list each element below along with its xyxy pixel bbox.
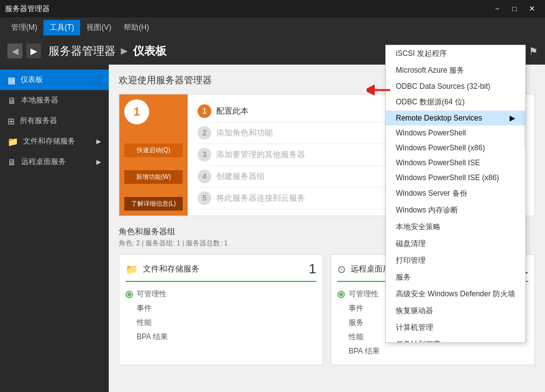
tools-dropdown-menu: iSCSI 发起程序 Microsoft Azure 服务 ODBC Data … xyxy=(385,45,526,343)
menubar: 管理(M) 工具(T) 视图(V) 帮助(H) xyxy=(0,17,545,37)
menu-print-mgmt[interactable]: 打印管理 xyxy=(386,252,525,269)
rds-role-icon: ⊙ xyxy=(337,263,346,275)
learn-more-section[interactable]: 了解详细信息(L) xyxy=(124,197,183,211)
menu-help[interactable]: 帮助(H) xyxy=(117,20,155,35)
orange-block: 1 快速启动(Q) 新增功能(W) 了解详细信息(L) xyxy=(119,94,188,216)
local-server-icon: 🖥 xyxy=(7,96,16,106)
menu-recovery[interactable]: 恢复驱动器 xyxy=(386,303,525,319)
files-events[interactable]: 事件 xyxy=(126,301,316,316)
rds-perf-text: 性能 xyxy=(349,332,364,342)
header-separator: ► xyxy=(119,45,133,57)
sidebar: ▦ 仪表板 🖥 本地服务器 ⊞ 所有服务器 📁 文件和存储服务 ▶ 🖥 远程桌面… xyxy=(0,65,109,392)
menu-disk-cleanup[interactable]: 磁盘清理 xyxy=(386,235,525,252)
menu-server-backup[interactable]: Windows Server 备份 xyxy=(386,185,525,202)
menu-iscsi[interactable]: iSCSI 发起程序 xyxy=(386,45,525,62)
sidebar-item-dashboard[interactable]: ▦ 仪表板 xyxy=(0,70,109,90)
flag-icon[interactable]: ⚑ xyxy=(529,45,538,57)
files-role-icon: 📁 xyxy=(126,263,138,275)
chevron-icon: ▶ xyxy=(96,138,101,145)
rds-bpa-text: BPA 结果 xyxy=(349,346,380,357)
qs-text-1: 配置此本 xyxy=(216,106,249,117)
files-icon: 📁 xyxy=(7,137,18,147)
menu-computer-mgmt[interactable]: 计算机管理 xyxy=(386,319,525,336)
dashboard-icon: ▦ xyxy=(7,75,16,85)
qs-text-4: 创建服务器组 xyxy=(216,171,265,182)
rds-bpa[interactable]: BPA 结果 xyxy=(337,344,528,358)
sidebar-item-local[interactable]: 🖥 本地服务器 xyxy=(0,90,109,111)
green-dot-inner xyxy=(127,293,131,296)
menu-powershell[interactable]: Windows PowerShell xyxy=(386,125,525,140)
menu-rds[interactable]: Remote Desktop Services ▶ 远程桌面授权管理器 远程桌面… xyxy=(386,111,525,125)
sidebar-item-label: 本地服务器 xyxy=(21,95,58,106)
menu-manage[interactable]: 管理(M) xyxy=(5,20,44,35)
qs-num-3: 3 xyxy=(198,148,211,162)
menu-defender[interactable]: 高级安全 Windows Defender 防火墙 xyxy=(386,286,525,303)
qs-text-3: 添加要管理的其他服务器 xyxy=(216,149,305,160)
files-role-name: 文件和存储服务 xyxy=(143,263,199,275)
back-button[interactable]: ◀ xyxy=(7,43,22,58)
green-status-icon-rds xyxy=(337,291,345,298)
sidebar-item-label: 所有服务器 xyxy=(20,116,57,126)
app-name: 服务器管理器 xyxy=(48,45,116,57)
menu-powershell-x86[interactable]: Windows PowerShell (x86) xyxy=(386,140,525,155)
menu-tools[interactable]: 工具(T) xyxy=(44,20,80,35)
all-servers-icon: ⊞ xyxy=(7,116,15,126)
menu-odbc32[interactable]: ODBC Data Sources (32-bit) xyxy=(386,79,525,94)
sidebar-item-files[interactable]: 📁 文件和存储服务 ▶ xyxy=(0,131,109,152)
qs-text-2: 添加角色和功能 xyxy=(216,127,273,139)
minimize-button[interactable]: − xyxy=(489,2,505,15)
qs-num-2: 2 xyxy=(198,126,211,140)
chevron-rds-icon: ▶ xyxy=(96,158,101,165)
role-card-files[interactable]: 📁 文件和存储服务 1 可管理性 事件 性能 xyxy=(119,254,323,365)
titlebar-title: 服务器管理器 xyxy=(5,4,489,14)
menu-services[interactable]: 服务 xyxy=(386,269,525,286)
green-dot-inner-rds xyxy=(339,293,343,296)
menu-powershell-ise-x86[interactable]: Windows PowerShell ISE (x86) xyxy=(386,170,525,185)
rds-services-text: 服务 xyxy=(349,317,364,328)
rds-menu-label: Remote Desktop Services xyxy=(396,114,482,122)
green-status-icon xyxy=(126,291,133,298)
titlebar-controls: − □ ✕ xyxy=(489,2,540,15)
sidebar-item-label: 远程桌面服务 xyxy=(21,157,66,167)
files-events-text: 事件 xyxy=(137,303,152,314)
menu-powershell-ise[interactable]: Windows PowerShell ISE xyxy=(386,155,525,170)
rds-icon: 🖥 xyxy=(7,157,16,167)
rds-manageability-text: 可管理性 xyxy=(349,289,378,299)
qs-num-5: 5 xyxy=(198,191,211,205)
menu-odbc64[interactable]: ODBC 数据源(64 位) xyxy=(386,94,525,111)
menu-memory-diag[interactable]: Windows 内存诊断 xyxy=(386,202,525,219)
files-bpa[interactable]: BPA 结果 xyxy=(126,330,316,344)
files-manageability[interactable]: 可管理性 xyxy=(126,287,316,301)
close-button[interactable]: ✕ xyxy=(524,2,540,15)
role-card-header-files: 📁 文件和存储服务 1 xyxy=(126,261,316,282)
sidebar-item-rds[interactable]: 🖥 远程桌面服务 ▶ xyxy=(0,152,109,172)
rds-events-text: 事件 xyxy=(349,303,364,314)
sidebar-item-label: 仪表板 xyxy=(21,75,43,85)
sidebar-item-all-servers[interactable]: ⊞ 所有服务器 xyxy=(0,111,109,131)
files-role-count: 1 xyxy=(309,261,316,277)
forward-button[interactable]: ▶ xyxy=(26,43,41,58)
files-perf-text: 性能 xyxy=(137,317,152,328)
quickstart-section[interactable]: 快速启动(Q) xyxy=(124,144,183,157)
new-features-section[interactable]: 新增功能(W) xyxy=(124,170,183,184)
menu-local-security[interactable]: 本地安全策略 xyxy=(386,219,525,235)
step-number-circle: 1 xyxy=(124,99,149,124)
rds-submenu: 远程桌面授权管理器 远程桌面授权诊断程序 xyxy=(525,111,526,145)
qs-num-1: 1 xyxy=(198,104,211,118)
menu-azure[interactable]: Microsoft Azure 服务 xyxy=(386,62,525,79)
files-perf[interactable]: 性能 xyxy=(126,316,316,330)
qs-num-4: 4 xyxy=(198,170,211,183)
menu-task-scheduler[interactable]: 任务计划程序 xyxy=(386,336,525,343)
maximize-button[interactable]: □ xyxy=(506,2,523,15)
submenu-arrow: ▶ xyxy=(510,114,515,122)
sidebar-item-label: 文件和存储服务 xyxy=(23,136,75,147)
nav-controls: ◀ ▶ xyxy=(7,43,41,58)
menu-view[interactable]: 视图(V) xyxy=(80,20,117,35)
current-page: 仪表板 xyxy=(133,45,167,57)
qs-text-5: 将此服务器连接到云服务 xyxy=(216,193,305,204)
titlebar: 服务器管理器 − □ ✕ xyxy=(0,0,545,17)
header-title: 服务器管理器 ► 仪表板 xyxy=(48,43,167,58)
files-manageability-text: 可管理性 xyxy=(137,289,167,299)
files-bpa-text: BPA 结果 xyxy=(137,332,168,342)
